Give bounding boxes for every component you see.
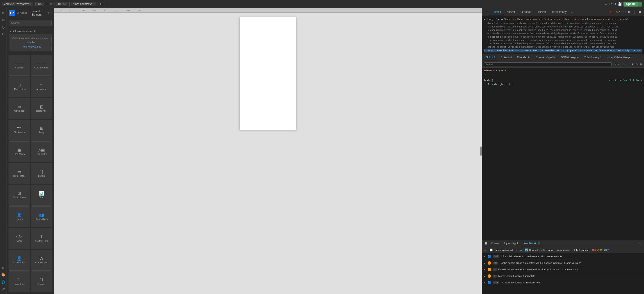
element-item-contact-box[interactable]: 👤Contact Box bbox=[8, 250, 30, 271]
add-element-icon[interactable]: ⊕ bbox=[0, 10, 6, 16]
element-item-accordion[interactable]: ≡Accordion bbox=[31, 76, 52, 97]
theme-icon[interactable]: 🎨 bbox=[0, 272, 6, 278]
issue-row-2[interactable]: ▶🟠1Cookie set in cross-site context will… bbox=[482, 266, 644, 273]
css-source-link[interactable]: reset.css?v=_27.2.10:3 bbox=[609, 79, 642, 83]
ruler-mark: 450 bbox=[115, 9, 118, 11]
countdown-icon: ⏱ bbox=[17, 278, 21, 282]
issue-arrow-2[interactable]: ▶ bbox=[484, 268, 486, 271]
sub-tab-stilusok[interactable]: Stílusok bbox=[484, 55, 498, 60]
element-item-clients[interactable]: 👤Clients bbox=[8, 206, 30, 227]
close-all-panels-icon[interactable]: ✕ bbox=[638, 242, 642, 245]
undo-icon[interactable]: ↩ bbox=[609, 2, 612, 6]
bottom-tab-konzol[interactable]: Konzol bbox=[489, 241, 502, 246]
add-style-icon[interactable]: + bbox=[628, 62, 630, 66]
issue-arrow-0[interactable]: ▶ bbox=[484, 255, 486, 258]
element-item-blog-teaser[interactable]: ▭Blog Teaser bbox=[8, 163, 30, 184]
components-icon[interactable]: ⬡ bbox=[0, 24, 6, 30]
issue-arrow-4[interactable]: ▶ bbox=[484, 282, 486, 284]
settings-icon[interactable]: ⚙ bbox=[0, 265, 6, 271]
layers-icon[interactable]: ⊞ bbox=[0, 17, 6, 23]
more-options-icon[interactable]: ⋮ bbox=[105, 2, 110, 6]
element-item-counter[interactable]: 21Counter bbox=[31, 272, 52, 292]
element-item-countdown[interactable]: ⏱Countdown bbox=[8, 272, 30, 292]
element-item-column-text[interactable]: TColumn Text bbox=[31, 228, 52, 249]
devtools-close-icon[interactable]: ✕ bbox=[638, 10, 642, 14]
html-collapse-arrow[interactable]: ▶ bbox=[484, 17, 485, 21]
sub-tab-tulajdonsagok[interactable]: Tulajdonságok bbox=[582, 55, 604, 60]
toolbar-left: Méretek: Reszponzív ▾ × 595 100% ▾ Nincs… bbox=[2, 2, 603, 6]
issue-row-4[interactable]: ▶🔵135No label associated with a form fie… bbox=[482, 279, 644, 286]
sub-tab-kisegito[interactable]: Kisegítő lehetőségek bbox=[604, 55, 634, 60]
element-item-divider[interactable]: — —+ Divider bbox=[8, 55, 30, 76]
viewport-dropdown[interactable]: Méretek: Reszponzív ▾ bbox=[2, 2, 32, 6]
element-item-blog[interactable]: ▦Blog bbox=[31, 120, 52, 140]
global-icon[interactable]: 🌐 bbox=[0, 279, 6, 285]
element-item-blockquote[interactable]: ❝❝Blockquote bbox=[8, 120, 30, 140]
new-rule-icon[interactable]: ⊞ bbox=[631, 62, 634, 66]
sub-tab-elrendezes[interactable]: Elrendezés bbox=[515, 55, 533, 60]
html-selected-element[interactable]: ▶ body.theme-betheme.woocommerce-feature… bbox=[484, 49, 642, 53]
issue-row-1[interactable]: ▶🟠10Cookie sent in cross-site context wi… bbox=[482, 260, 644, 266]
revisions-icon[interactable]: ↻ bbox=[0, 31, 6, 37]
bottom-menu-icon[interactable]: ☰ bbox=[484, 241, 488, 246]
close-issues-tab[interactable]: ✕ bbox=[537, 242, 541, 245]
sub-tab-dom[interactable]: DOM-töréspont bbox=[558, 55, 582, 60]
issue-row-0[interactable]: ▶🔵186A form field element should have an… bbox=[482, 253, 644, 260]
devtools-settings-icon[interactable]: ⚙ bbox=[627, 10, 632, 14]
devtools-more-tabs[interactable]: » bbox=[570, 10, 574, 15]
bottom-tab-ujdonsagok[interactable]: Újdonságok bbox=[502, 241, 521, 246]
issues-menu-icon[interactable]: ☰ bbox=[484, 249, 486, 252]
element-item-chart[interactable]: 📊Chart bbox=[31, 185, 52, 206]
update-arrow-button[interactable]: ▾ bbox=[638, 1, 642, 6]
update-button[interactable]: Update bbox=[624, 1, 638, 6]
group-by-checkbox-input[interactable] bbox=[490, 249, 492, 252]
bottom-tab-problemak[interactable]: Problémák ✕ bbox=[521, 241, 543, 246]
group-by-type-checkbox[interactable]: Csoportosítás fajta szerint bbox=[490, 249, 522, 252]
zoom-dropdown[interactable]: 100% ▾ bbox=[56, 2, 68, 6]
tab-halozat[interactable]: Hálózat bbox=[534, 9, 549, 15]
wordpress-icon[interactable]: W bbox=[0, 286, 6, 292]
element-item-placeholder[interactable]: □+ Placeholder bbox=[8, 76, 30, 97]
all-filter-button[interactable]: All ▾ bbox=[47, 11, 52, 15]
search-input[interactable] bbox=[9, 20, 52, 26]
element-item-code[interactable]: </>Code bbox=[8, 228, 30, 249]
third-party-checkbox[interactable]: Harmadik félhez tartozó cookie-problémák… bbox=[525, 249, 589, 252]
tab-teljesitmeny[interactable]: Teljesítmény bbox=[549, 9, 570, 15]
inspect-style-icon[interactable]: ⊡ bbox=[639, 62, 642, 66]
element-item-divider-basic[interactable]: — —+ Divider Basic bbox=[31, 55, 52, 76]
third-party-checkbox-input[interactable] bbox=[525, 249, 528, 252]
redo-icon[interactable]: ↪ bbox=[613, 2, 616, 6]
element-item-clients-slider[interactable]: 👥Clients Slider bbox=[31, 206, 52, 227]
constraint-dropdown[interactable]: Nincs korlátozva ▾ bbox=[71, 2, 96, 6]
devtools-more-icon[interactable]: ⋮ bbox=[632, 10, 637, 14]
devtools-menu-icon[interactable]: ☰ bbox=[484, 10, 488, 14]
css-filter-input[interactable] bbox=[484, 62, 612, 66]
canvas-resize-handle[interactable] bbox=[480, 147, 482, 156]
tab-forrasok[interactable]: Források bbox=[518, 9, 534, 15]
save-icon[interactable]: 💾 bbox=[618, 2, 622, 6]
width-input[interactable] bbox=[36, 2, 44, 6]
refresh-style-icon[interactable]: ↻ bbox=[635, 62, 638, 66]
desktop-icon[interactable]: 🖥 bbox=[604, 2, 608, 6]
element-item-article-box[interactable]: ▭Article box bbox=[8, 98, 30, 119]
issue-arrow-3[interactable]: ▶ bbox=[484, 275, 486, 277]
add-to-favourites-link[interactable]: → Add to favourites bbox=[12, 45, 49, 49]
chart-icon: 📊 bbox=[39, 191, 44, 195]
element-item-blog-news[interactable]: ▦Blog News bbox=[8, 141, 30, 162]
toolbar-right: 🖥 ↩ ↪ 💾 Update ▾ bbox=[604, 1, 642, 6]
element-item-call-to-action[interactable]: ⊡Call to Action bbox=[8, 185, 30, 206]
sub-tab-szamitott[interactable]: Számított bbox=[498, 55, 514, 60]
filter-tag-hov[interactable]: :hov bbox=[613, 63, 619, 66]
add-element-button[interactable]: + + Add Element bbox=[26, 10, 44, 16]
sub-tab-esemeny[interactable]: Eseményfigyelők bbox=[533, 55, 558, 60]
tab-konzol[interactable]: Konzol bbox=[504, 9, 518, 15]
filter-tag-cls[interactable]: .cls bbox=[620, 63, 626, 66]
tab-elemek[interactable]: Elemek bbox=[489, 9, 504, 15]
element-item-content-wp[interactable]: WContent WP bbox=[31, 250, 52, 271]
issue-row-3[interactable]: ▶🟠1Megszüntetett funkció használata bbox=[482, 273, 644, 279]
issue-arrow-1[interactable]: ▶ bbox=[484, 262, 486, 264]
element-item-blog-slider[interactable]: ▷▦Blog Slider bbox=[31, 141, 52, 162]
orientation-toggle[interactable]: ⊡ bbox=[99, 2, 104, 6]
element-item-button[interactable]: [ ]Button bbox=[31, 163, 52, 184]
element-item-before-after[interactable]: ◧Before After bbox=[31, 98, 52, 119]
